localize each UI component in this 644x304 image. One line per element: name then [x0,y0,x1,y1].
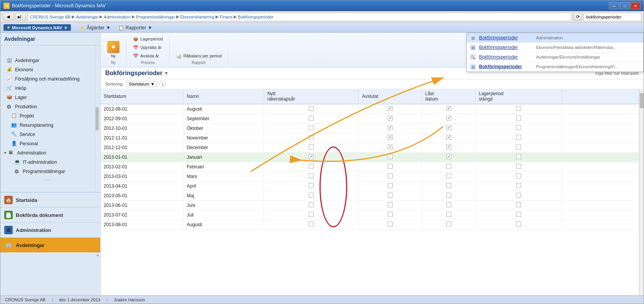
checkbox-nytt[interactable] [309,154,314,159]
ac-title-2[interactable]: Bokföringsperioder [479,45,533,50]
cell-lager[interactable] [476,104,562,114]
checkbox-nytt[interactable] [309,193,314,198]
sidebar-item-personal[interactable]: 👤 Personal [0,139,95,148]
checkbox-nytt[interactable] [309,125,314,130]
col-namn[interactable]: Namn [183,89,264,104]
cell-nytt[interactable] [264,143,359,153]
checkbox-lager[interactable] [516,154,521,159]
cell-nytt[interactable] [264,181,359,191]
cell-avslutat[interactable] [359,191,422,201]
cell-nytt[interactable] [264,210,359,220]
checkbox-avslutat[interactable] [388,183,393,188]
cell-nytt[interactable] [264,201,359,210]
cell-lager[interactable] [476,201,562,210]
breadcrumb-bokforingsperioder[interactable]: Bokföringsperioder [238,15,273,19]
cell-nytt[interactable] [264,133,359,143]
sidebar-item-forsaljning[interactable]: 📈 Försäljning och marknadsföring [0,74,95,84]
cell-nytt[interactable] [264,220,359,230]
sidebar-item-service[interactable]: 🔧 Service [0,130,95,139]
scrollbar-thumb[interactable] [640,93,644,108]
checkbox-lager[interactable] [516,212,521,217]
sidebar-nav-startsida[interactable]: 🏠 Startsida [0,192,100,207]
checkbox-avslutat[interactable] [388,222,393,227]
cell-avslutat[interactable] [359,220,422,230]
cell-avslutat[interactable] [359,124,422,133]
cell-last[interactable] [422,220,476,230]
breadcrumb-ekonomihantering[interactable]: Ekonomihantering [180,15,215,19]
close-button[interactable]: ✕ [631,2,641,9]
cell-last[interactable] [422,133,476,143]
checkbox-nytt[interactable] [309,164,314,169]
table-row[interactable]: 2013-06-01 Juni [101,201,639,210]
table-row[interactable]: 2013-05-01 Maj [101,191,639,201]
table-title-arrow[interactable]: ▼ [164,71,168,76]
checkbox-last[interactable] [446,116,451,121]
checkbox-lager[interactable] [516,202,521,207]
ribbon-btn-rabalans[interactable]: 📊 Råbalans per period [173,52,225,60]
checkbox-avslutat[interactable] [388,116,393,121]
cell-lager[interactable] [476,210,562,220]
checkbox-lager[interactable] [516,125,521,130]
ribbon-btn-ny[interactable]: ✦ Ny [104,39,123,60]
ribbon-btn-avsluta[interactable]: 📅 Avsluta år [129,52,166,60]
cell-nytt[interactable] [264,114,359,124]
ac-title-3[interactable]: Bokföringsperioder [479,54,533,60]
cell-last[interactable] [422,143,476,153]
cell-lager[interactable] [476,191,562,201]
checkbox-last[interactable] [446,125,451,130]
checkbox-lager[interactable] [516,144,521,149]
vertical-scrollbar[interactable] [639,89,644,295]
ribbon-btn-upprätta[interactable]: 📅 Upprätta år [129,44,166,51]
sidebar-item-programinstallningar[interactable]: ⚙ Programinställningar [0,167,95,176]
col-nytt[interactable]: Nytträkenskapsår [264,89,359,104]
cell-avslutat[interactable] [359,143,422,153]
checkbox-avslutat[interactable] [388,202,393,207]
checkbox-nytt[interactable] [309,116,314,121]
checkbox-avslutat[interactable] [388,106,393,111]
refresh-button[interactable]: ⟳ [573,13,582,21]
cell-avslutat[interactable] [359,153,422,162]
cell-lager[interactable] [476,162,562,172]
col-lager[interactable]: Lagerperiodstängd [476,89,562,104]
cell-last[interactable] [422,162,476,172]
ac-item-4[interactable]: ▤ Bokföringsperioder Programinställninga… [467,62,643,72]
cell-lager[interactable] [476,153,562,162]
cell-lager[interactable] [476,220,562,230]
ac-item-1[interactable]: ▤ Bokföringsperioder Administration [467,33,643,43]
cell-lager[interactable] [476,124,562,133]
checkbox-lager[interactable] [516,164,521,169]
cell-lager[interactable] [476,181,562,191]
sidebar-item-ekonomi[interactable]: 💰 Ekonomi [0,65,95,74]
checkbox-nytt[interactable] [309,106,314,111]
checkbox-avslutat[interactable] [388,125,393,130]
cell-last[interactable] [422,104,476,114]
search-input[interactable] [583,13,641,21]
checkbox-last[interactable] [446,154,451,159]
sidebar-expand-button[interactable]: » [0,252,100,258]
sidebar-item-projekt[interactable]: 📋 Projekt [0,111,95,121]
checkbox-avslutat[interactable] [388,212,393,217]
maximize-button[interactable]: □ [620,2,630,9]
checkbox-nytt[interactable] [309,202,314,207]
minimize-button[interactable]: — [609,2,619,9]
table-row[interactable]: 2012-08-01 Augusti [101,104,639,114]
checkbox-last[interactable] [446,106,451,111]
ac-item-3[interactable]: 🔍 Bokföringsperioder Avdelningar/Ekonomi… [467,52,643,62]
sort-field-button[interactable]: Startdatum ▼ [126,81,158,87]
checkbox-avslutat[interactable] [388,193,393,198]
cell-last[interactable] [422,210,476,220]
cell-lager[interactable] [476,114,562,124]
cell-nytt[interactable] [264,153,359,162]
cell-last[interactable] [422,114,476,124]
cell-nytt[interactable] [264,162,359,172]
breadcrumb-finans[interactable]: Finans [220,15,232,19]
back-button[interactable]: ◀ [3,13,13,21]
col-startdatum[interactable]: Startdatum [101,89,183,104]
cell-lager[interactable] [476,143,562,153]
table-row[interactable]: 2013-08-01 Augusti [101,220,639,230]
cell-lager[interactable] [476,172,562,181]
checkbox-lager[interactable] [516,135,521,140]
ac-item-2[interactable]: ▤ Bokföringsperioder Ekonomi/Periodiska … [467,43,643,52]
cell-lager[interactable] [476,133,562,143]
sidebar-item-resursplanering[interactable]: 👥 Resursplanering [0,121,95,130]
